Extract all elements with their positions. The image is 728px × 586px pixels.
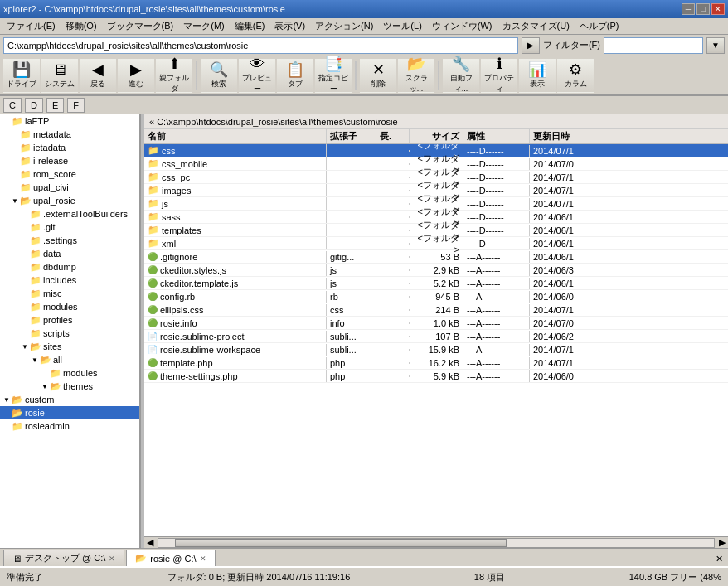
- sidebar-item-sites[interactable]: ▼ 📂 sites: [0, 340, 139, 353]
- drive-btn-f[interactable]: F: [67, 98, 85, 113]
- toolbar-btn-[interactable]: 🔧自動フィ...: [443, 58, 479, 93]
- sidebar-item-dbdump[interactable]: 📁 dbdump: [0, 260, 139, 274]
- sidebar-item-rosieadmin[interactable]: 📁 rosieadmin: [0, 419, 139, 433]
- tab-close-icon[interactable]: ✕: [109, 555, 115, 563]
- sidebar-item-includes[interactable]: 📁 includes: [0, 274, 139, 287]
- table-row[interactable]: 🟢ckeditor.template.js js 5.2 kB ---A----…: [144, 277, 728, 290]
- sidebar-item-externaltoolbuilders[interactable]: 📁 .externalToolBuilders: [0, 207, 139, 220]
- table-row[interactable]: 📁xml <フォルダ> ----D------ 2014/06/1: [144, 237, 728, 250]
- sidebar-item-themes[interactable]: ▼ 📂 themes: [0, 380, 139, 393]
- toolbar-label: 指定コピー: [316, 73, 351, 94]
- go-button[interactable]: ▶: [522, 37, 540, 54]
- folder-icon: 📁: [50, 368, 61, 379]
- sidebar-item-custom[interactable]: ▼ 📂 custom: [0, 393, 139, 406]
- toolbar-btn-[interactable]: ✕削除: [360, 58, 396, 93]
- maximize-button[interactable]: □: [696, 3, 710, 15]
- file-attr: ---A------: [463, 317, 530, 329]
- sidebar-item-irelease[interactable]: 📁 i-release: [0, 154, 139, 167]
- tab-0[interactable]: 🖥デスクトップ @ C:\✕: [3, 550, 124, 566]
- sidebar-item-scripts[interactable]: 📁 scripts: [0, 327, 139, 340]
- toolbar-btn-[interactable]: ◀戻る: [80, 58, 116, 93]
- toolbar-btn-[interactable]: 📂スクラッ...: [398, 58, 434, 93]
- menu-item-v[interactable]: 表示(V): [269, 18, 310, 34]
- address-input[interactable]: [3, 37, 518, 54]
- menu-item-m[interactable]: マーク(M): [178, 18, 230, 34]
- toolbar-btn-[interactable]: ⚙カラム: [557, 58, 594, 93]
- toolbar-btn-[interactable]: 👁プレビュー: [239, 58, 275, 93]
- file-date: 2014/06/0: [530, 370, 613, 382]
- toolbar-btn-[interactable]: ▶進む: [118, 58, 154, 93]
- column-name[interactable]: 名前: [144, 129, 327, 143]
- column-len[interactable]: 長.: [376, 129, 410, 143]
- table-row[interactable]: 🟢.gitignore gitig... 53 B ---A------ 201…: [144, 250, 728, 264]
- sidebar-item-git[interactable]: 📁 .git: [0, 220, 139, 234]
- column-size[interactable]: サイズ: [410, 129, 463, 143]
- sidebar-item-upalrosie[interactable]: ▼ 📂 upal_rosie: [0, 194, 139, 207]
- sidebar-item-profiles[interactable]: 📁 profiles: [0, 313, 139, 327]
- menu-item-l[interactable]: ツール(L): [378, 18, 426, 34]
- file-attr: ---A------: [463, 251, 530, 263]
- sidebar-item-laftp[interactable]: 📁 laFTP: [0, 114, 139, 128]
- tab-close-icon[interactable]: ✕: [200, 555, 206, 563]
- tabbar: 🖥デスクトップ @ C:\✕📂rosie @ C:\✕✕: [0, 548, 728, 566]
- menu-item-u[interactable]: カスタマイズ(U): [497, 18, 575, 34]
- menu-item-e[interactable]: ファイル(E): [2, 18, 61, 34]
- sidebar-item-romscore[interactable]: 📁 rom_score: [0, 167, 139, 181]
- file-size: 5.2 kB: [410, 278, 463, 289]
- file-attr: ---A------: [463, 370, 530, 382]
- sidebar-item-rosie[interactable]: 📂 rosie: [0, 406, 139, 419]
- table-row[interactable]: 📄rosie.sublime-project subli... 107 B --…: [144, 330, 728, 343]
- menu-item-p[interactable]: ヘルプ(P): [575, 18, 624, 34]
- column-ext[interactable]: 拡張子: [327, 129, 376, 143]
- table-row[interactable]: 📄rosie.sublime-workspace subli... 15.9 k…: [144, 343, 728, 356]
- table-row[interactable]: 🟢rosie.info info 1.0 kB ---A------ 2014/…: [144, 317, 728, 330]
- close-button[interactable]: ✕: [711, 3, 725, 15]
- tab-1[interactable]: 📂rosie @ C:\✕: [126, 550, 215, 566]
- minimize-button[interactable]: ─: [682, 3, 695, 15]
- sidebar-item-all[interactable]: ▼ 📂 all: [0, 353, 139, 366]
- file-ext: [327, 230, 376, 231]
- drive-btn-e[interactable]: E: [46, 98, 64, 113]
- filter-input[interactable]: [604, 37, 703, 54]
- horizontal-scrollbar[interactable]: ◀ ▶: [144, 536, 728, 548]
- column-date[interactable]: 更新日時: [530, 129, 613, 143]
- menu-item-n[interactable]: アクション(N): [310, 18, 378, 34]
- toolbar-btn-[interactable]: 📋タブ: [277, 58, 313, 93]
- table-row[interactable]: 🟢theme-settings.php php 5.9 kB ---A-----…: [144, 370, 728, 383]
- tree-expand-icon: ▼: [32, 356, 38, 364]
- sidebar-item-metadata[interactable]: 📁 metadata: [0, 128, 139, 141]
- toolbar-btn-[interactable]: 🖥システム: [41, 58, 78, 93]
- toolbar-label: プロパティ: [482, 73, 517, 94]
- sidebar-item-modules[interactable]: 📁 modules: [0, 366, 139, 380]
- table-row[interactable]: 🟢config.rb rb 945 B ---A------ 2014/06/0: [144, 290, 728, 303]
- folder-icon: 📂: [20, 196, 32, 206]
- sidebar-item-settings[interactable]: 📁 .settings: [0, 234, 139, 247]
- sidebar-item-upalcivi[interactable]: 📁 upal_civi: [0, 181, 139, 194]
- toolbar-btn-[interactable]: 🔍検索: [201, 58, 237, 93]
- sidebar-item-data[interactable]: 📁 data: [0, 247, 139, 260]
- drive-btn-d[interactable]: D: [25, 98, 43, 113]
- toolbar-btn-[interactable]: 💾ドライブ: [3, 58, 40, 93]
- drive-btn-c[interactable]: C: [3, 98, 22, 113]
- sidebar-item-misc[interactable]: 📁 misc: [0, 287, 139, 300]
- menu-item-o[interactable]: 移動(O): [61, 18, 102, 34]
- sidebar-item-modules[interactable]: 📁 modules: [0, 300, 139, 313]
- file-len: [376, 349, 410, 351]
- sidebar-item-ietadata[interactable]: 📁 ietadata: [0, 141, 139, 154]
- menu-item-e[interactable]: 編集(E): [230, 18, 270, 34]
- file-name: 📄rosie.sublime-project: [144, 331, 327, 342]
- folder-icon: 📂: [50, 381, 61, 392]
- table-row[interactable]: 🟢template.php php 16.2 kB ---A------ 201…: [144, 356, 728, 370]
- file-date: 2014/07/1: [530, 304, 613, 316]
- toolbar-btn-[interactable]: 📊表示: [519, 58, 556, 93]
- menu-item-w[interactable]: ウィンドウ(W): [427, 18, 497, 34]
- filter-options-button[interactable]: ▼: [706, 37, 725, 54]
- table-row[interactable]: 🟢ckeditor.styles.js js 2.9 kB ---A------…: [144, 264, 728, 277]
- toolbar-btn-[interactable]: 📑指定コピー: [315, 58, 352, 93]
- close-all-tabs-button[interactable]: ✕: [714, 552, 725, 566]
- toolbar-btn-[interactable]: ⬆親フォルダ: [156, 58, 192, 93]
- column-attr[interactable]: 属性: [463, 129, 530, 143]
- menu-item-b[interactable]: ブックマーク(B): [102, 18, 179, 34]
- toolbar-btn-[interactable]: ℹプロパティ: [481, 58, 517, 93]
- table-row[interactable]: 🟢ellipsis.css css 214 B ---A------ 2014/…: [144, 303, 728, 317]
